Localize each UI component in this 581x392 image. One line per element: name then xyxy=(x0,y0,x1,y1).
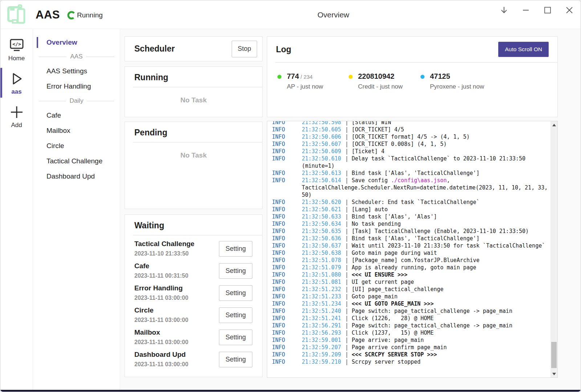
sidebar-item-cafe[interactable]: Cafe xyxy=(33,108,120,123)
log-separator: | xyxy=(341,141,352,147)
sidebar-item-tactical-challenge[interactable]: Tactical Challenge xyxy=(33,154,120,169)
log-entry-body: 21:32:59.207|Page arrive confirm page_ma… xyxy=(302,344,550,351)
stop-button[interactable]: Stop xyxy=(232,41,257,57)
log-message: Click (1237, 15) @ HOME xyxy=(352,330,434,336)
log-level: INFO xyxy=(272,257,302,264)
log-level: INFO xyxy=(272,177,302,199)
log-timestamp: 21:32:50.610 xyxy=(302,155,341,162)
log-level: INFO xyxy=(272,199,302,206)
task-setting-button[interactable]: Setting xyxy=(219,241,252,257)
log-message: Bind task ['Alas', 'Alas'] xyxy=(352,213,437,220)
pending-title: Pending xyxy=(134,128,253,138)
log-timestamp: 21:32:51.241 xyxy=(302,315,341,322)
download-arrow-icon[interactable] xyxy=(499,5,509,15)
maximize-icon[interactable] xyxy=(543,5,552,15)
log-entry-body: 21:32:50.613|Bind task ['Alas', 'Tactica… xyxy=(302,170,550,177)
sidebar-item-overview[interactable]: Overview xyxy=(33,35,120,50)
log-row: INFO21:32:51.080|<<< UI ENSURE >>> xyxy=(272,271,557,278)
log-timestamp: 21:32:50.637 xyxy=(302,242,341,249)
running-title: Running xyxy=(134,73,253,82)
task-setting-button[interactable]: Setting xyxy=(219,330,252,345)
log-level: INFO xyxy=(272,121,302,126)
log-message: Page switch: page_tactical_challenge -> … xyxy=(352,322,512,329)
log-timestamp: 21:32:50.621 xyxy=(302,206,341,213)
auto-scroll-button[interactable]: Auto Scroll ON xyxy=(498,42,549,57)
log-message: <<< UI GOTO PAGE_MAIN >>> xyxy=(352,301,434,307)
log-level: INFO xyxy=(272,213,302,220)
rail-item-add[interactable]: Add xyxy=(0,101,33,132)
log-entry-body: 21:32:51.233|Goto page_main xyxy=(302,293,550,300)
svg-text:</>: </> xyxy=(12,41,21,47)
scrollbar-thumb[interactable] xyxy=(551,342,557,368)
title-bar: AAS Running Overview xyxy=(0,0,581,29)
log-row: INFO21:32:56.291|Page switch: page_tacti… xyxy=(272,322,557,329)
group-label: Daily xyxy=(70,97,84,105)
log-row: INFO21:32:51.232|[UI] page_tactical_chal… xyxy=(272,286,557,293)
sidebar-item-error-handling[interactable]: Error Handling xyxy=(33,79,120,94)
stat-dot-icon xyxy=(420,75,424,79)
waiting-card: Waiting Tactical Challenge2023-11-10 21:… xyxy=(125,215,263,377)
log-separator: | xyxy=(341,242,352,249)
scroll-up-icon[interactable] xyxy=(550,122,557,128)
running-spinner-icon xyxy=(67,11,76,20)
rail-item-home[interactable]: </>Home xyxy=(0,34,33,65)
scroll-down-icon[interactable] xyxy=(550,371,557,377)
stat-label: AP - just now xyxy=(287,83,323,90)
waiting-task-row: Tactical Challenge2023-11-10 21:33:50Set… xyxy=(125,238,262,260)
task-setting-button[interactable]: Setting xyxy=(219,307,252,323)
close-icon[interactable] xyxy=(565,5,574,15)
log-level: INFO xyxy=(272,271,302,278)
log-row: INFO21:32:50.614|Save config ./config\aa… xyxy=(272,177,557,199)
rail-item-label: aas xyxy=(11,88,21,95)
waiting-title: Waiting xyxy=(134,221,253,230)
log-timestamp: 21:32:51.078 xyxy=(302,257,341,264)
log-entry-body: 21:32:59.210|Scrcpy server stopped xyxy=(302,358,550,366)
log-level: INFO xyxy=(272,249,302,257)
scheduler-title: Scheduler xyxy=(134,44,175,54)
log-message: UI get current page xyxy=(352,279,414,285)
log-separator: | xyxy=(341,344,352,351)
log-message: Wait until 2023-11-10 21:33:50 for task … xyxy=(352,242,545,249)
log-timestamp: 21:32:51.233 xyxy=(302,293,341,300)
log-entry-body: 21:32:59.001|Page arrive: page_main xyxy=(302,336,550,344)
log-row: INFO21:32:50.621|[Lang] auto xyxy=(272,206,557,213)
log-separator: | xyxy=(341,279,352,285)
log-console[interactable]: INFO21:32:50.598|[Status] WININFO21:32:5… xyxy=(267,121,558,378)
log-timestamp: 21:32:50.605 xyxy=(302,126,341,133)
minimize-icon[interactable] xyxy=(521,5,531,15)
log-timestamp: 21:32:50.606 xyxy=(302,134,341,140)
rail-item-aas[interactable]: aas xyxy=(0,67,33,98)
task-setting-button[interactable]: Setting xyxy=(219,285,252,301)
log-entry-body: 21:32:51.081|UI get current page xyxy=(302,278,550,286)
log-timestamp: 21:32:51.081 xyxy=(302,279,341,285)
log-separator: | xyxy=(341,271,352,278)
log-row: INFO21:32:50.634|No task pending xyxy=(272,220,557,228)
scheduler-card: Scheduler Stop xyxy=(125,36,263,61)
sidebar-item-dashboard-upd[interactable]: Dashboard Upd xyxy=(33,169,120,184)
log-timestamp: 21:32:59.210 xyxy=(302,359,341,365)
log-level: INFO xyxy=(272,329,302,336)
sidebar-item-mailbox[interactable]: Mailbox xyxy=(33,123,120,138)
log-scrollbar[interactable] xyxy=(550,121,557,377)
task-setting-button[interactable]: Setting xyxy=(219,352,252,367)
log-message: No task pending xyxy=(352,221,401,227)
waiting-task-list: Tactical Challenge2023-11-10 21:33:50Set… xyxy=(125,236,262,371)
log-entry-body: 21:32:56.293|Click (1237, 15) @ HOME xyxy=(302,329,550,336)
log-message: [OCR_TICKET] 4/5 xyxy=(352,126,404,133)
log-entry-body: 21:32:50.635|[Task] TacticalChallenge (E… xyxy=(302,228,550,235)
sidebar-item-circle[interactable]: Circle xyxy=(33,138,120,154)
log-entry-body: 21:32:50.620|Scheduler: End task `Tactic… xyxy=(302,199,550,206)
log-row: INFO21:32:51.234|<<< UI GOTO PAGE_MAIN >… xyxy=(272,300,557,307)
app-logo-icon xyxy=(4,3,28,27)
log-separator: | xyxy=(341,121,352,126)
log-timestamp: 21:32:50.635 xyxy=(302,228,341,234)
log-message: Bind task ['Alas', 'TacticalChallenge'] xyxy=(352,235,479,242)
log-separator: | xyxy=(341,257,352,264)
log-row: INFO21:32:51.081|UI get current page xyxy=(272,278,557,286)
log-timestamp: 21:32:51.240 xyxy=(302,308,341,314)
log-level: INFO xyxy=(272,336,302,344)
task-setting-button[interactable]: Setting xyxy=(219,263,252,279)
sidebar-item-aas-settings[interactable]: AAS Settings xyxy=(33,64,120,79)
stat-value: 47125 xyxy=(430,72,450,80)
stat-label: Pyroxene - just now xyxy=(430,83,484,90)
